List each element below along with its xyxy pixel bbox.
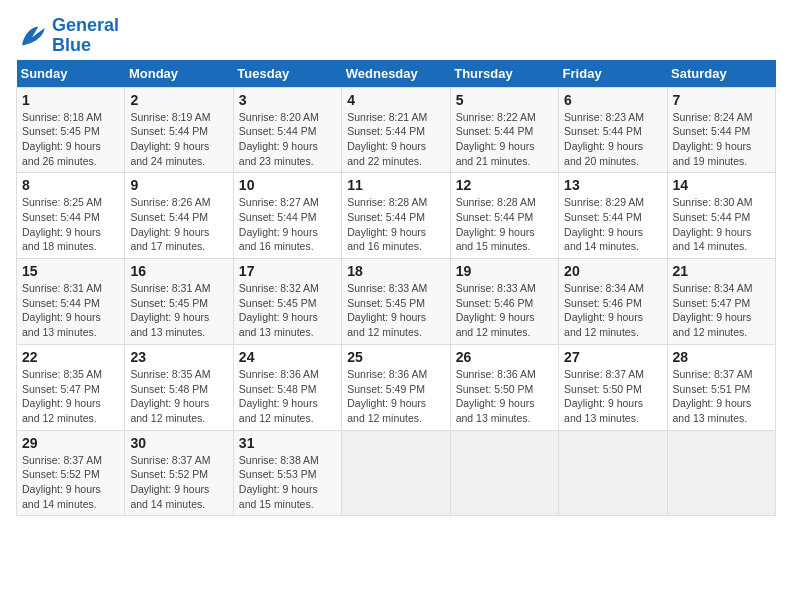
day-info: Sunrise: 8:31 AM Sunset: 5:44 PM Dayligh… bbox=[22, 281, 119, 340]
day-number: 9 bbox=[130, 177, 227, 193]
day-header-monday: Monday bbox=[125, 60, 233, 88]
calendar-cell: 8 Sunrise: 8:25 AM Sunset: 5:44 PM Dayli… bbox=[17, 173, 125, 259]
page-header: General Blue bbox=[16, 16, 776, 56]
calendar-cell: 16 Sunrise: 8:31 AM Sunset: 5:45 PM Dayl… bbox=[125, 259, 233, 345]
calendar-cell: 11 Sunrise: 8:28 AM Sunset: 5:44 PM Dayl… bbox=[342, 173, 450, 259]
day-info: Sunrise: 8:34 AM Sunset: 5:46 PM Dayligh… bbox=[564, 281, 661, 340]
day-number: 28 bbox=[673, 349, 770, 365]
day-number: 16 bbox=[130, 263, 227, 279]
day-number: 29 bbox=[22, 435, 119, 451]
day-number: 6 bbox=[564, 92, 661, 108]
calendar-cell: 18 Sunrise: 8:33 AM Sunset: 5:45 PM Dayl… bbox=[342, 259, 450, 345]
day-info: Sunrise: 8:36 AM Sunset: 5:49 PM Dayligh… bbox=[347, 367, 444, 426]
calendar-cell: 27 Sunrise: 8:37 AM Sunset: 5:50 PM Dayl… bbox=[559, 344, 667, 430]
day-number: 20 bbox=[564, 263, 661, 279]
calendar-cell: 23 Sunrise: 8:35 AM Sunset: 5:48 PM Dayl… bbox=[125, 344, 233, 430]
calendar-header: SundayMondayTuesdayWednesdayThursdayFrid… bbox=[17, 60, 776, 88]
day-number: 2 bbox=[130, 92, 227, 108]
day-number: 11 bbox=[347, 177, 444, 193]
day-number: 24 bbox=[239, 349, 336, 365]
day-info: Sunrise: 8:28 AM Sunset: 5:44 PM Dayligh… bbox=[347, 195, 444, 254]
day-header-friday: Friday bbox=[559, 60, 667, 88]
day-info: Sunrise: 8:30 AM Sunset: 5:44 PM Dayligh… bbox=[673, 195, 770, 254]
day-header-saturday: Saturday bbox=[667, 60, 775, 88]
day-number: 26 bbox=[456, 349, 553, 365]
day-number: 13 bbox=[564, 177, 661, 193]
day-info: Sunrise: 8:18 AM Sunset: 5:45 PM Dayligh… bbox=[22, 110, 119, 169]
day-info: Sunrise: 8:35 AM Sunset: 5:47 PM Dayligh… bbox=[22, 367, 119, 426]
day-number: 4 bbox=[347, 92, 444, 108]
calendar-cell: 6 Sunrise: 8:23 AM Sunset: 5:44 PM Dayli… bbox=[559, 87, 667, 173]
day-info: Sunrise: 8:20 AM Sunset: 5:44 PM Dayligh… bbox=[239, 110, 336, 169]
logo: General Blue bbox=[16, 16, 119, 56]
day-number: 21 bbox=[673, 263, 770, 279]
day-number: 8 bbox=[22, 177, 119, 193]
day-header-thursday: Thursday bbox=[450, 60, 558, 88]
calendar-cell: 26 Sunrise: 8:36 AM Sunset: 5:50 PM Dayl… bbox=[450, 344, 558, 430]
day-info: Sunrise: 8:28 AM Sunset: 5:44 PM Dayligh… bbox=[456, 195, 553, 254]
calendar-cell: 21 Sunrise: 8:34 AM Sunset: 5:47 PM Dayl… bbox=[667, 259, 775, 345]
day-info: Sunrise: 8:23 AM Sunset: 5:44 PM Dayligh… bbox=[564, 110, 661, 169]
calendar-cell: 2 Sunrise: 8:19 AM Sunset: 5:44 PM Dayli… bbox=[125, 87, 233, 173]
day-number: 30 bbox=[130, 435, 227, 451]
day-number: 1 bbox=[22, 92, 119, 108]
day-info: Sunrise: 8:27 AM Sunset: 5:44 PM Dayligh… bbox=[239, 195, 336, 254]
day-info: Sunrise: 8:29 AM Sunset: 5:44 PM Dayligh… bbox=[564, 195, 661, 254]
calendar-cell: 24 Sunrise: 8:36 AM Sunset: 5:48 PM Dayl… bbox=[233, 344, 341, 430]
calendar-cell bbox=[667, 430, 775, 516]
calendar-week-5: 29 Sunrise: 8:37 AM Sunset: 5:52 PM Dayl… bbox=[17, 430, 776, 516]
day-number: 5 bbox=[456, 92, 553, 108]
day-info: Sunrise: 8:34 AM Sunset: 5:47 PM Dayligh… bbox=[673, 281, 770, 340]
day-info: Sunrise: 8:37 AM Sunset: 5:52 PM Dayligh… bbox=[22, 453, 119, 512]
calendar-cell: 31 Sunrise: 8:38 AM Sunset: 5:53 PM Dayl… bbox=[233, 430, 341, 516]
calendar-week-2: 8 Sunrise: 8:25 AM Sunset: 5:44 PM Dayli… bbox=[17, 173, 776, 259]
logo-text: General Blue bbox=[52, 16, 119, 56]
day-number: 17 bbox=[239, 263, 336, 279]
calendar-cell: 1 Sunrise: 8:18 AM Sunset: 5:45 PM Dayli… bbox=[17, 87, 125, 173]
calendar-cell: 28 Sunrise: 8:37 AM Sunset: 5:51 PM Dayl… bbox=[667, 344, 775, 430]
day-info: Sunrise: 8:19 AM Sunset: 5:44 PM Dayligh… bbox=[130, 110, 227, 169]
calendar-cell: 10 Sunrise: 8:27 AM Sunset: 5:44 PM Dayl… bbox=[233, 173, 341, 259]
day-info: Sunrise: 8:32 AM Sunset: 5:45 PM Dayligh… bbox=[239, 281, 336, 340]
day-number: 31 bbox=[239, 435, 336, 451]
calendar-cell bbox=[342, 430, 450, 516]
day-number: 12 bbox=[456, 177, 553, 193]
calendar-cell: 30 Sunrise: 8:37 AM Sunset: 5:52 PM Dayl… bbox=[125, 430, 233, 516]
calendar-cell: 22 Sunrise: 8:35 AM Sunset: 5:47 PM Dayl… bbox=[17, 344, 125, 430]
calendar-body: 1 Sunrise: 8:18 AM Sunset: 5:45 PM Dayli… bbox=[17, 87, 776, 516]
calendar-cell: 29 Sunrise: 8:37 AM Sunset: 5:52 PM Dayl… bbox=[17, 430, 125, 516]
calendar-cell bbox=[559, 430, 667, 516]
calendar-week-3: 15 Sunrise: 8:31 AM Sunset: 5:44 PM Dayl… bbox=[17, 259, 776, 345]
day-number: 14 bbox=[673, 177, 770, 193]
day-info: Sunrise: 8:24 AM Sunset: 5:44 PM Dayligh… bbox=[673, 110, 770, 169]
day-number: 18 bbox=[347, 263, 444, 279]
day-info: Sunrise: 8:26 AM Sunset: 5:44 PM Dayligh… bbox=[130, 195, 227, 254]
day-info: Sunrise: 8:36 AM Sunset: 5:48 PM Dayligh… bbox=[239, 367, 336, 426]
calendar-cell: 3 Sunrise: 8:20 AM Sunset: 5:44 PM Dayli… bbox=[233, 87, 341, 173]
day-info: Sunrise: 8:37 AM Sunset: 5:50 PM Dayligh… bbox=[564, 367, 661, 426]
calendar-week-1: 1 Sunrise: 8:18 AM Sunset: 5:45 PM Dayli… bbox=[17, 87, 776, 173]
day-number: 19 bbox=[456, 263, 553, 279]
day-number: 15 bbox=[22, 263, 119, 279]
day-number: 25 bbox=[347, 349, 444, 365]
day-info: Sunrise: 8:22 AM Sunset: 5:44 PM Dayligh… bbox=[456, 110, 553, 169]
day-header-tuesday: Tuesday bbox=[233, 60, 341, 88]
day-info: Sunrise: 8:33 AM Sunset: 5:46 PM Dayligh… bbox=[456, 281, 553, 340]
day-info: Sunrise: 8:38 AM Sunset: 5:53 PM Dayligh… bbox=[239, 453, 336, 512]
calendar-cell: 25 Sunrise: 8:36 AM Sunset: 5:49 PM Dayl… bbox=[342, 344, 450, 430]
day-info: Sunrise: 8:36 AM Sunset: 5:50 PM Dayligh… bbox=[456, 367, 553, 426]
day-info: Sunrise: 8:37 AM Sunset: 5:52 PM Dayligh… bbox=[130, 453, 227, 512]
calendar-week-4: 22 Sunrise: 8:35 AM Sunset: 5:47 PM Dayl… bbox=[17, 344, 776, 430]
calendar-cell: 9 Sunrise: 8:26 AM Sunset: 5:44 PM Dayli… bbox=[125, 173, 233, 259]
day-number: 22 bbox=[22, 349, 119, 365]
calendar-cell: 17 Sunrise: 8:32 AM Sunset: 5:45 PM Dayl… bbox=[233, 259, 341, 345]
day-number: 27 bbox=[564, 349, 661, 365]
calendar-cell: 5 Sunrise: 8:22 AM Sunset: 5:44 PM Dayli… bbox=[450, 87, 558, 173]
calendar-cell: 7 Sunrise: 8:24 AM Sunset: 5:44 PM Dayli… bbox=[667, 87, 775, 173]
day-info: Sunrise: 8:37 AM Sunset: 5:51 PM Dayligh… bbox=[673, 367, 770, 426]
day-number: 10 bbox=[239, 177, 336, 193]
day-header-sunday: Sunday bbox=[17, 60, 125, 88]
calendar-cell: 13 Sunrise: 8:29 AM Sunset: 5:44 PM Dayl… bbox=[559, 173, 667, 259]
calendar-cell: 12 Sunrise: 8:28 AM Sunset: 5:44 PM Dayl… bbox=[450, 173, 558, 259]
calendar-cell: 15 Sunrise: 8:31 AM Sunset: 5:44 PM Dayl… bbox=[17, 259, 125, 345]
